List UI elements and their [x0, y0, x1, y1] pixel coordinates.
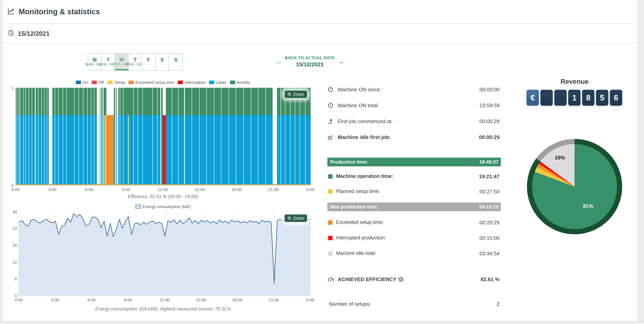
pie-slices — [532, 144, 617, 229]
week-day-letter: S — [174, 57, 178, 63]
right-arrow-icon[interactable]: → — [335, 54, 346, 69]
energy-zoom-button[interactable]: Zoom — [284, 214, 307, 222]
x-tick-label: 3:00 — [51, 297, 59, 302]
vertical-scrollbar[interactable] — [638, 0, 644, 324]
status-segment-on — [229, 88, 236, 184]
status-segment-on — [200, 88, 206, 184]
stat-row: Number of setups:2 — [327, 299, 501, 308]
week-day-letter: W — [119, 57, 124, 62]
machine-status-timeline-chart: 1 0 Zoom — [16, 88, 311, 185]
x-tick-label: 0:00 — [12, 187, 20, 192]
efficiency-caption: Efficiency: 82.61 % (00:00 - 24:00) — [16, 194, 310, 199]
status-segment-on — [266, 88, 272, 184]
status-segment-on — [63, 88, 66, 184]
status-segment-on — [118, 88, 120, 184]
legend-label: On — [82, 80, 88, 85]
status-segment-on — [285, 88, 290, 184]
status-segment-on — [295, 88, 300, 184]
machine-statistics-panel: Machine ON since:00:00:00Machine ON tota… — [327, 77, 501, 312]
week-day-3[interactable]: T00:00 - 24:00 — [128, 54, 142, 70]
stat-row: Machine operation time:19:21:47 — [327, 172, 501, 181]
week-day-2-active[interactable]: W00:00 - 24:00 — [115, 54, 128, 70]
week-day-1[interactable]: T00:00 - 24:00 — [102, 54, 115, 70]
revenue-digit-tile: 5 — [596, 90, 608, 106]
nav-date: 15/12/2021 — [296, 61, 324, 68]
status-segment-on — [120, 88, 123, 184]
week-day-5[interactable]: S- — [156, 54, 169, 70]
monitoring-statistics-page: Monitoring & statistics 15/12/2021 M06:0… — [0, 0, 644, 324]
magnifier-plus-icon — [287, 92, 292, 96]
power-icon — [327, 102, 336, 108]
stat-row: Machine ON since:00:00:00 — [327, 85, 501, 94]
status-segment-on — [116, 88, 117, 184]
week-day-hours: - — [148, 63, 149, 67]
status-segment-interruption — [163, 88, 166, 184]
stat-row: ACHIEVED EFFICIENCYi82.61 % — [327, 274, 501, 284]
date-navigation: ← BACK TO ACTUAL DATE 15/12/2021 → — [274, 54, 346, 69]
x-tick-label: 18:00 — [232, 297, 243, 302]
stat-color-swatch — [328, 189, 332, 194]
status-segment-on — [44, 88, 46, 184]
legend-swatch — [129, 80, 134, 84]
week-day-letter: S — [160, 57, 164, 63]
timeline-ymax-label: 1 — [12, 86, 16, 91]
week-day-0[interactable]: M06:00 - 24:00 — [88, 54, 102, 70]
x-tick-label: 15:00 — [196, 297, 206, 302]
status-segment-on — [26, 88, 28, 184]
week-day-4[interactable]: F- — [142, 54, 156, 70]
status-segment-on — [42, 88, 44, 184]
stat-color-swatch — [328, 174, 332, 178]
current-date: 15/12/2021 — [18, 30, 50, 37]
status-segment-on — [123, 88, 128, 184]
energy-y-tick-label: 18 — [12, 243, 19, 248]
week-day-6[interactable]: S- — [169, 54, 182, 70]
legend-label: Laser — [216, 80, 226, 85]
energy-legend-label: Energy consumption (kW) — [143, 204, 191, 209]
power-icon — [327, 86, 336, 93]
timeline-legend: OnOffSetupExceeded setup timeInterruptio… — [16, 80, 310, 85]
status-segment-setup — [128, 88, 129, 184]
stat-header-label: Production time: — [330, 159, 368, 165]
status-segment-on — [161, 88, 163, 184]
info-icon[interactable]: i — [398, 276, 404, 282]
stat-label: Machine ON since: — [338, 86, 381, 92]
status-segment-on — [52, 88, 55, 184]
status-segment-on — [70, 88, 74, 184]
stat-label: Exceeded setup time: — [336, 220, 384, 225]
status-segment-on — [153, 88, 157, 184]
energy-x-axis: 0:003:006:009:0012:0015:0018:0021:000:00 — [19, 297, 310, 303]
revenue-panel: Revenue €1856 — [526, 78, 622, 106]
pie-chart-icon — [7, 29, 14, 38]
back-to-actual-date-button[interactable]: BACK TO ACTUAL DATE 15/12/2021 — [285, 56, 335, 68]
status-segment-on — [148, 88, 152, 184]
status-segment-on — [251, 88, 258, 184]
time-distribution-pie-chart: 81%15% — [527, 139, 622, 234]
stat-row: Exceeded setup time:00:20:29 — [327, 218, 501, 227]
energy-y-tick-label: 0 — [15, 293, 19, 298]
stat-row: First job commenced at:00:00:29 — [327, 116, 501, 126]
stat-header-value: 19:49:37 — [479, 159, 498, 165]
stat-value: 82.61 % — [481, 276, 500, 282]
status-segment-on — [19, 88, 20, 184]
line-chart-icon — [7, 7, 15, 17]
status-segment-on — [67, 88, 70, 184]
legend-swatch — [230, 80, 235, 84]
left-arrow-icon[interactable]: ← — [274, 54, 285, 69]
status-segment-on — [38, 88, 41, 184]
status-segment-on — [138, 88, 142, 184]
status-segment-on — [214, 88, 221, 184]
legend-item-laser: Laser — [209, 80, 226, 85]
timeline-zoom-button[interactable]: Zoom — [284, 91, 307, 98]
revenue-digit-tile: 6 — [610, 90, 622, 106]
status-segment-on — [91, 88, 94, 184]
status-segment-on — [48, 88, 49, 184]
revenue-currency-tile: € — [526, 90, 539, 106]
legend-label: Exceeded setup time — [136, 80, 174, 85]
date-header: 15/12/2021 — [2, 24, 638, 44]
status-segment-on — [236, 88, 243, 184]
energy-caption: Energy consumption: 626 kWh, Highest mea… — [16, 306, 310, 311]
horizontal-scrollbar[interactable] — [0, 321, 644, 324]
week-day-letter: T — [134, 57, 136, 63]
week-day-letter: M — [93, 57, 97, 63]
x-tick-label: 0:00 — [306, 297, 314, 302]
